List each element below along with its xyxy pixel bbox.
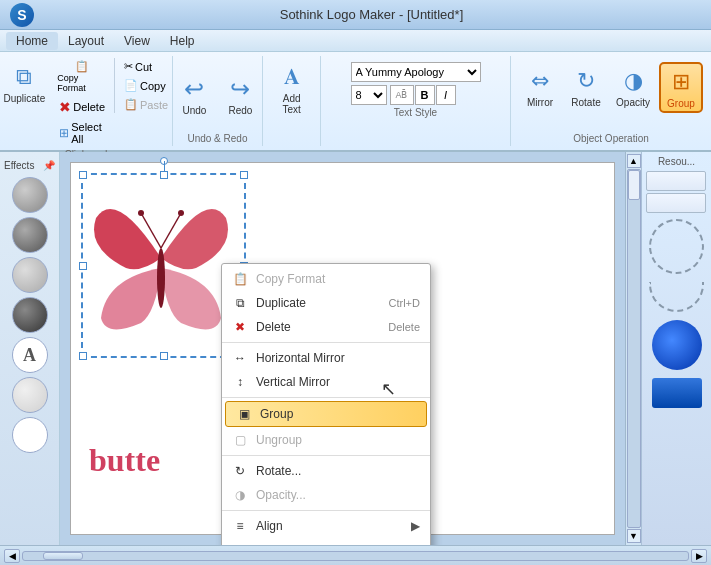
redo-icon: ↪ bbox=[224, 73, 256, 105]
effect-light[interactable] bbox=[12, 377, 48, 413]
add-text-icon: 𝐀 bbox=[276, 61, 308, 93]
scroll-right-button[interactable]: ▶ bbox=[691, 549, 707, 563]
scrollbar-track-v bbox=[627, 169, 641, 528]
menu-view[interactable]: View bbox=[114, 32, 160, 50]
resource-blue-circle[interactable] bbox=[652, 320, 702, 370]
paste-icon: 📋 bbox=[124, 98, 138, 111]
mirror-button[interactable]: ⇔ Mirror bbox=[519, 62, 561, 111]
scroll-left-button[interactable]: ◀ bbox=[4, 549, 20, 563]
copy-format-button[interactable]: 📋 Copy Format bbox=[54, 58, 110, 95]
select-all-button[interactable]: ⊞ Select All bbox=[54, 119, 110, 147]
object-operation-group: ⇔ Mirror ↻ Rotate ◑ Opacity ⊞ Group Obje… bbox=[511, 56, 711, 146]
effect-light-gray[interactable] bbox=[12, 257, 48, 293]
scrollbar-thumb-h[interactable] bbox=[43, 552, 83, 560]
ctx-arrange-arrow: ▶ bbox=[411, 543, 420, 545]
ctx-sep-1 bbox=[222, 342, 430, 343]
canvas-text: butte bbox=[89, 442, 160, 479]
opacity-button[interactable]: ◑ Opacity bbox=[611, 62, 655, 111]
effect-gray[interactable] bbox=[12, 177, 48, 213]
delete-icon: ✖ bbox=[59, 99, 71, 115]
canvas-area[interactable]: butte 📋 bbox=[60, 152, 625, 545]
effect-darker[interactable] bbox=[12, 297, 48, 333]
resources-panel: Resou... bbox=[641, 152, 711, 545]
scrollbar-thumb-v[interactable] bbox=[628, 170, 640, 200]
resource-arc[interactable] bbox=[649, 282, 704, 312]
vertical-scrollbar[interactable]: ▲ ▼ bbox=[625, 152, 641, 545]
ctx-copy-format[interactable]: 📋 Copy Format bbox=[222, 267, 430, 291]
resource-blue-rect[interactable] bbox=[652, 378, 702, 408]
ctx-arrange-icon: ⊞ bbox=[232, 542, 248, 545]
ctx-group[interactable]: ▣ Group bbox=[225, 401, 427, 427]
resource-circle-outline[interactable] bbox=[649, 219, 704, 274]
bold-button[interactable]: B bbox=[415, 85, 435, 105]
ctx-group-icon: ▣ bbox=[236, 406, 252, 422]
undo-button[interactable]: ↩ Undo bbox=[173, 70, 215, 119]
menu-layout[interactable]: Layout bbox=[58, 32, 114, 50]
ab-button[interactable]: AB̄ bbox=[390, 85, 414, 105]
menu-help[interactable]: Help bbox=[160, 32, 205, 50]
ctx-copy-format-icon: 📋 bbox=[232, 271, 248, 287]
canvas[interactable]: butte 📋 bbox=[70, 162, 615, 535]
ctx-align[interactable]: ≡ Align ▶ bbox=[222, 514, 430, 538]
handle-bm[interactable] bbox=[160, 352, 168, 360]
scroll-up-button[interactable]: ▲ bbox=[627, 154, 641, 168]
ctx-sep-2 bbox=[222, 397, 430, 398]
ctx-delete-icon: ✖ bbox=[232, 319, 248, 335]
ctx-vmirror-icon: ↕ bbox=[232, 374, 248, 390]
app-logo: S bbox=[10, 3, 34, 27]
context-menu: 📋 Copy Format ⧉ Duplicate Ctrl+D ✖ Delet… bbox=[221, 263, 431, 545]
ctx-rotate[interactable]: ↻ Rotate... bbox=[222, 459, 430, 483]
pin-icon[interactable]: 📌 bbox=[43, 160, 55, 171]
paste-button[interactable]: 📋 Paste bbox=[119, 96, 173, 113]
redo-button[interactable]: ↪ Redo bbox=[219, 70, 261, 119]
clipboard-group: ⧉ Duplicate 📋 Copy Format ✖ Delete ⊞ Sel… bbox=[0, 56, 173, 146]
ctx-align-icon: ≡ bbox=[232, 518, 248, 534]
ctx-hmirror[interactable]: ↔ Horizontal Mirror bbox=[222, 346, 430, 370]
ctx-delete[interactable]: ✖ Delete Delete bbox=[222, 315, 430, 339]
duplicate-button[interactable]: ⧉ Duplicate bbox=[0, 58, 50, 107]
undo-icon: ↩ bbox=[178, 73, 210, 105]
font-size-select[interactable]: 8 bbox=[351, 85, 387, 105]
undo-redo-group: ↩ Undo ↪ Redo Undo & Redo bbox=[173, 56, 264, 146]
duplicate-icon: ⧉ bbox=[8, 61, 40, 93]
select-all-icon: ⊞ bbox=[59, 126, 69, 140]
handle-tl[interactable] bbox=[79, 171, 87, 179]
effect-font-a[interactable]: A bbox=[12, 337, 48, 373]
cut-button[interactable]: ✂ Cut bbox=[119, 58, 173, 75]
effects-panel: Effects 📌 A bbox=[0, 152, 60, 545]
handle-tr[interactable] bbox=[240, 171, 248, 179]
group-button[interactable]: ⊞ Group bbox=[659, 62, 703, 113]
ctx-opacity[interactable]: ◑ Opacity... bbox=[222, 483, 430, 507]
ctx-hmirror-icon: ↔ bbox=[232, 350, 248, 366]
rotate-button[interactable]: ↻ Rotate bbox=[565, 62, 607, 111]
ctx-opacity-icon: ◑ bbox=[232, 487, 248, 503]
font-family-select[interactable]: A Yummy Apology bbox=[351, 62, 481, 82]
handle-bl[interactable] bbox=[79, 352, 87, 360]
menu-home[interactable]: Home bbox=[6, 32, 58, 50]
scroll-down-button[interactable]: ▼ bbox=[627, 529, 641, 543]
cut-icon: ✂ bbox=[124, 60, 133, 73]
text-style-group: A Yummy Apology 8 AB̄ B I Text Style bbox=[321, 56, 511, 146]
effect-dark-gray[interactable] bbox=[12, 217, 48, 253]
ctx-duplicate[interactable]: ⧉ Duplicate Ctrl+D bbox=[222, 291, 430, 315]
copy-button[interactable]: 📄 Copy bbox=[119, 77, 173, 94]
menubar: Home Layout View Help bbox=[0, 30, 711, 52]
ctx-ungroup[interactable]: ▢ Ungroup bbox=[222, 428, 430, 452]
scrollbar-track-h bbox=[22, 551, 689, 561]
italic-button[interactable]: I bbox=[436, 85, 456, 105]
ctx-arrange[interactable]: ⊞ Arrange ▶ bbox=[222, 538, 430, 545]
opacity-icon: ◑ bbox=[617, 65, 649, 97]
add-text-button[interactable]: 𝐀 Add Text bbox=[271, 58, 313, 118]
ctx-sep-3 bbox=[222, 455, 430, 456]
ctx-vmirror[interactable]: ↕ Vertical Mirror bbox=[222, 370, 430, 394]
resource-item-1[interactable] bbox=[646, 171, 706, 191]
handle-ml[interactable] bbox=[79, 262, 87, 270]
delete-button[interactable]: ✖ Delete bbox=[54, 97, 110, 117]
ctx-sep-4 bbox=[222, 510, 430, 511]
ribbon: ⧉ Duplicate 📋 Copy Format ✖ Delete ⊞ Sel… bbox=[0, 52, 711, 152]
resource-item-2[interactable] bbox=[646, 193, 706, 213]
bottom-bar: ◀ ▶ bbox=[0, 545, 711, 565]
copy-icon: 📄 bbox=[124, 79, 138, 92]
effect-empty[interactable] bbox=[12, 417, 48, 453]
handle-tm[interactable] bbox=[160, 171, 168, 179]
